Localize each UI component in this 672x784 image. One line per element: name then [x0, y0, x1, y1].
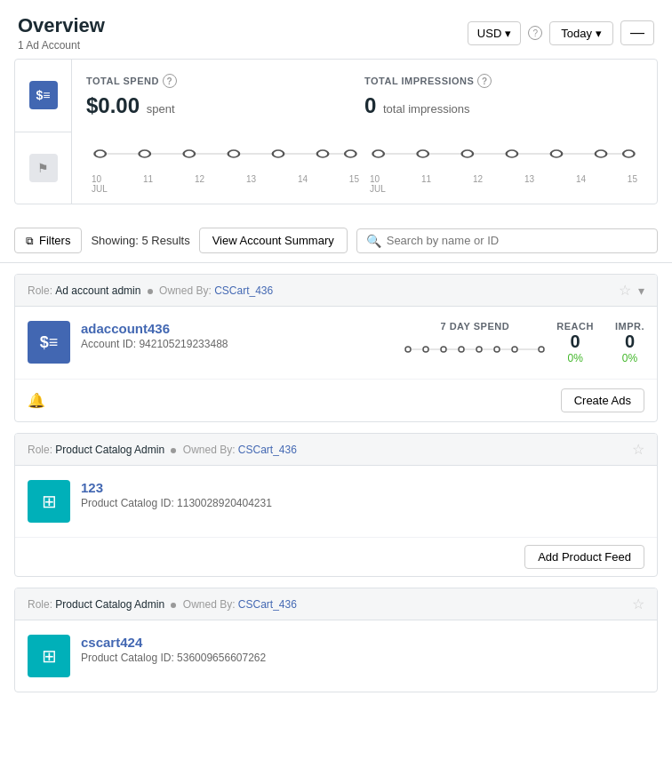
- account-info-catalog-1: 123 Product Catalog ID: 1130028920404231: [81, 480, 644, 509]
- svg-point-2: [139, 150, 150, 157]
- add-product-feed-button-1[interactable]: Add Product Feed: [524, 545, 644, 569]
- impressions-help-icon[interactable]: ?: [477, 74, 492, 88]
- filters-button[interactable]: ⧉ Filters: [14, 228, 82, 253]
- owned-by-label-catalog-2: Owned By:: [183, 598, 238, 611]
- reach-label: REACH: [556, 321, 594, 332]
- svg-point-17: [405, 347, 411, 352]
- currency-selector[interactable]: USD ▾: [468, 21, 521, 45]
- account-id-ad: Account ID: 942105219233488: [81, 338, 393, 350]
- help-icon[interactable]: ?: [528, 26, 542, 40]
- impr-val: 0: [615, 332, 644, 352]
- svg-point-11: [462, 150, 474, 157]
- spend-value: $0.00: [86, 93, 140, 117]
- account-section-catalog-1: Role: Product Catalog Admin Owned By: CS…: [14, 433, 658, 577]
- owned-by-label-catalog-1: Owned By:: [183, 444, 238, 456]
- create-ads-button[interactable]: Create Ads: [561, 388, 644, 412]
- svg-point-21: [476, 347, 482, 352]
- currency-chevron-icon: ▾: [505, 27, 511, 40]
- reach-metric: REACH 0 0%: [556, 321, 594, 364]
- impr-metric: IMPR. 0 0%: [615, 321, 644, 364]
- account-id-catalog-1: Product Catalog ID: 1130028920404231: [81, 497, 644, 509]
- svg-point-1: [94, 150, 106, 157]
- account-info-ad: adaccount436 Account ID: 942105219233488: [81, 321, 393, 350]
- svg-point-4: [228, 150, 240, 157]
- spend-value-row: $0.00 spent: [86, 93, 364, 118]
- filter-bar: ⧉ Filters Showing: 5 Results View Accoun…: [0, 219, 672, 263]
- account-id-catalog-2: Product Catalog ID: 536009656607262: [81, 652, 644, 664]
- product-avatar-1: ⊞: [28, 480, 70, 523]
- owner-catalog-1: CSCart_436: [238, 444, 297, 456]
- impressions-value: 0: [364, 93, 376, 117]
- svg-point-7: [345, 150, 356, 157]
- flag-icon: ⚑: [29, 154, 58, 182]
- bell-icon[interactable]: 🔔: [28, 392, 45, 409]
- reach-pct: 0%: [556, 352, 594, 364]
- total-impressions-col: TOTAL IMPRESSIONS ? 0 total impressions: [364, 74, 643, 118]
- spend-chart: 10 11 12 13 14 15 JUL: [86, 136, 364, 189]
- header-controls: USD ▾ ? Today ▾ —: [468, 20, 654, 45]
- svg-point-12: [507, 150, 518, 157]
- role-label-catalog-1: Role:: [28, 444, 55, 456]
- role-label-ad: Role:: [28, 284, 55, 297]
- role-value-ad: Ad account admin: [55, 284, 140, 297]
- svg-point-9: [372, 150, 384, 157]
- stats-row: TOTAL SPEND ? $0.00 spent TOTAL IMPRESSI…: [86, 74, 643, 118]
- view-account-summary-button[interactable]: View Account Summary: [199, 228, 348, 253]
- dollar-icon: $≡: [29, 81, 58, 109]
- spend-section-ad: 7 DAY SPEND: [404, 321, 546, 363]
- spend-label-ad: 7 DAY SPEND: [404, 321, 546, 332]
- role-value-catalog-2: Product Catalog Admin: [55, 598, 164, 611]
- metrics-section-ad: REACH 0 0% IMPR. 0 0%: [556, 321, 644, 364]
- spend-sidebar-item[interactable]: $≡: [15, 60, 71, 132]
- svg-point-24: [539, 347, 544, 352]
- total-impressions-label: TOTAL IMPRESSIONS ?: [364, 74, 643, 88]
- owner-ad: CSCart_436: [214, 284, 273, 297]
- reach-val: 0: [556, 332, 594, 352]
- account-name-catalog-2[interactable]: cscart424: [81, 635, 644, 650]
- flag-sidebar-item[interactable]: ⚑: [15, 132, 71, 204]
- owner-catalog-2: CSCart_436: [238, 598, 297, 611]
- spend-chart-svg: [86, 136, 364, 172]
- impressions-value-row: 0 total impressions: [364, 93, 643, 118]
- chevron-icon-ad[interactable]: ▾: [638, 284, 644, 298]
- mini-chart-ad: [404, 339, 546, 360]
- charts-row: 10 11 12 13 14 15 JUL: [86, 129, 643, 189]
- svg-point-13: [551, 150, 563, 157]
- stats-sidebar: $≡ ⚑: [15, 60, 72, 204]
- spend-help-icon[interactable]: ?: [163, 74, 177, 88]
- svg-point-19: [441, 347, 446, 352]
- star-icon-catalog-1[interactable]: ☆: [632, 441, 644, 458]
- impr-label: IMPR.: [615, 321, 644, 332]
- svg-point-22: [494, 347, 500, 352]
- account-name-ad[interactable]: adaccount436: [81, 321, 393, 336]
- role-label-catalog-2: Role:: [28, 598, 55, 611]
- catalog-footer-1: Add Product Feed: [15, 537, 657, 576]
- impressions-chart: 10 11 12 13 14 15 JUL: [364, 136, 643, 189]
- account-body-catalog-2: ⊞ cscart424 Product Catalog ID: 53600965…: [15, 620, 657, 692]
- total-spend-label: TOTAL SPEND ?: [86, 74, 364, 88]
- impressions-suffix: total impressions: [383, 102, 470, 116]
- collapse-button[interactable]: —: [620, 20, 654, 45]
- svg-point-6: [317, 150, 329, 157]
- search-icon: 🔍: [366, 234, 381, 248]
- ad-account-count: 1 Ad Account: [18, 39, 105, 52]
- product-avatar-2: ⊞: [28, 635, 70, 677]
- search-input[interactable]: [387, 234, 648, 247]
- impressions-chart-svg: [364, 136, 643, 172]
- owned-by-label-ad: Owned By:: [159, 284, 214, 297]
- svg-point-15: [623, 150, 635, 157]
- star-icon-ad[interactable]: ☆: [619, 282, 631, 299]
- showing-results: Showing: 5 Results: [91, 234, 189, 247]
- date-selector[interactable]: Today ▾: [549, 21, 613, 45]
- svg-point-5: [273, 150, 284, 157]
- account-role-bar-ad: Role: Ad account admin Owned By: CSCart_…: [15, 275, 657, 307]
- svg-point-14: [596, 150, 607, 157]
- search-box: 🔍: [356, 228, 658, 253]
- account-body-ad: $≡ adaccount436 Account ID: 942105219233…: [15, 307, 657, 379]
- account-info-catalog-2: cscart424 Product Catalog ID: 5360096566…: [81, 635, 644, 664]
- star-icon-catalog-2[interactable]: ☆: [632, 596, 644, 612]
- account-section-ad: Role: Ad account admin Owned By: CSCart_…: [14, 274, 658, 422]
- svg-point-20: [459, 347, 464, 352]
- account-avatar-ad: $≡: [28, 321, 70, 364]
- account-name-catalog-1[interactable]: 123: [81, 480, 644, 495]
